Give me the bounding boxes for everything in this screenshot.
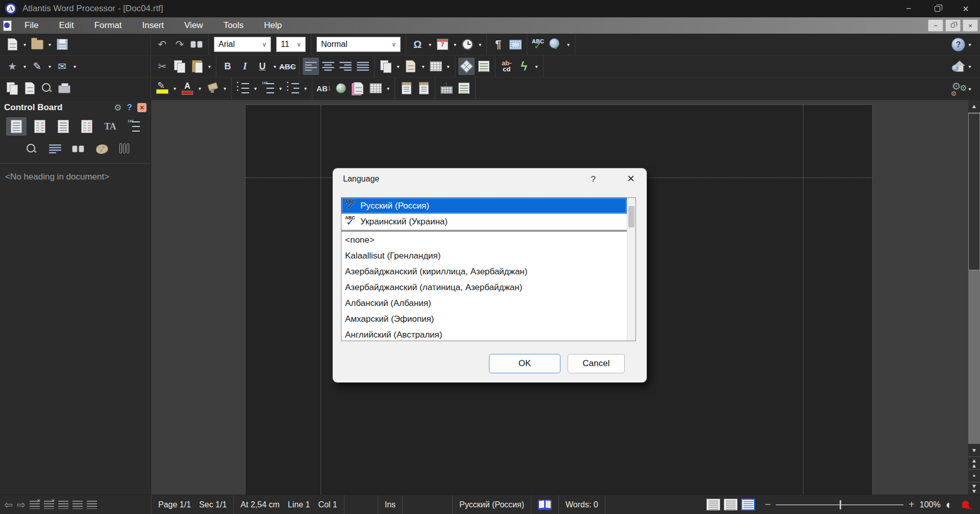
align-right-button[interactable] [337,58,354,75]
copy-button[interactable] [172,58,188,75]
ok-button[interactable]: OK [489,354,560,373]
export-table-button[interactable] [456,80,472,97]
special-symbols-button[interactable] [458,58,475,75]
language-option[interactable]: Английский (Австралия) [341,327,627,341]
back-arrow-icon[interactable]: ⇦ [4,499,13,511]
minimize-button[interactable]: − [894,0,923,17]
restore-button[interactable] [923,0,951,17]
numbered-list-button[interactable] [260,80,276,97]
align-left-button[interactable] [303,58,319,75]
formatting-marks-button[interactable]: ¶ [490,36,506,53]
zoom-slider-thumb[interactable] [840,500,841,509]
insert-file-dropdown[interactable]: ▾ [395,64,402,69]
scroll-down-button[interactable]: ▼ [968,444,980,456]
spellcheck-button[interactable]: ABC✓ [530,36,547,53]
position-status-cell[interactable]: At 2,54 cm Line 1 Col 1 [233,495,344,514]
page-setup-button[interactable] [398,80,414,97]
overtype-button[interactable] [438,80,455,97]
font-size-combo[interactable]: 11 ∨ [276,37,306,52]
font-color-button[interactable]: A [179,80,195,97]
list-scrollbar[interactable] [627,198,635,341]
insert-table-button[interactable] [368,80,384,97]
numbered-list-dropdown[interactable]: ▾ [277,86,284,91]
autocorrect-dropdown[interactable]: ▾ [533,64,540,69]
online-view-button[interactable] [724,499,738,510]
zoom-out-button[interactable]: − [765,499,771,510]
hyphenation-button[interactable]: ab-cd [499,58,515,75]
document-properties-button[interactable] [476,58,492,75]
open-dropdown[interactable]: ▾ [46,42,53,47]
insert-time-button[interactable] [459,36,476,53]
list-scrollbar-thumb[interactable] [628,206,634,227]
paragraph-list-dense-icon[interactable] [87,501,97,509]
insert-date-dropdown[interactable]: ▾ [452,42,458,47]
close-button[interactable]: × [951,0,980,17]
language-check-dropdown[interactable]: ▾ [565,42,572,47]
language-option[interactable]: <none> [341,232,627,248]
home-button[interactable] [950,58,967,75]
underline-button[interactable]: U [254,58,271,75]
draft-view-button[interactable] [706,499,720,510]
fullscreen-button[interactable] [507,36,524,53]
menu-insert[interactable]: Insert [135,17,172,34]
cb-tasks-tab[interactable] [53,117,74,136]
new-document-dropdown[interactable]: ▾ [21,42,28,47]
cancel-button[interactable]: Cancel [568,354,625,373]
menu-help[interactable]: Help [256,17,289,34]
previous-page-button[interactable]: ▲▲ [968,456,980,469]
clear-list-icon[interactable] [44,501,54,509]
autocorrect-button[interactable]: ϟ [516,58,532,75]
notes-button[interactable] [21,80,38,97]
help-dropdown[interactable]: ▾ [967,42,973,47]
new-document-button[interactable] [4,36,20,53]
menu-tools[interactable]: Tools [216,17,252,34]
notification-bell-icon[interactable] [962,500,970,509]
save-button[interactable] [54,36,70,53]
help-button[interactable]: ? [950,36,967,54]
insert-date-button[interactable]: 7 [434,36,451,53]
style-combo[interactable]: Normal ∨ [316,37,401,52]
font-color-dropdown[interactable]: ▾ [197,86,203,91]
insert-mode-cell[interactable]: Ins [378,495,402,514]
dictionary-cell[interactable] [531,495,558,514]
language-option[interactable]: ABC✓Русский (Россия) [341,198,627,214]
menu-format[interactable]: Format [87,17,130,34]
columns-dropdown[interactable]: ▾ [445,64,452,69]
language-option[interactable]: Азербайджанский (латиница, Азербайджан) [341,279,627,295]
language-option[interactable]: Албанский (Албания) [341,295,627,311]
options-dropdown[interactable]: ▾ [967,86,973,92]
cb-attachments-tab[interactable] [115,140,136,158]
underline-dropdown[interactable]: ▾ [272,64,278,69]
insert-table-dropdown[interactable]: ▾ [385,86,391,91]
language-option[interactable]: Kalaallisut (Гренландия) [341,248,627,264]
quick-edit-button[interactable]: ✎ [29,58,45,75]
paste-dropdown[interactable]: ▾ [206,64,213,69]
browse-object-button[interactable]: ● [968,469,980,482]
print-preview-button[interactable] [39,80,55,97]
cb-styles-tab[interactable] [30,117,50,136]
insert-symbol-button[interactable]: Ω [409,36,426,53]
language-option[interactable]: Амхарский (Эфиопия) [341,311,627,327]
home-dropdown[interactable]: ▾ [967,64,973,69]
print-button[interactable] [56,80,72,97]
indent-marker-icon[interactable] [58,501,68,509]
dialog-close-button[interactable]: × [627,171,634,186]
highlight-dropdown[interactable]: ▾ [172,86,178,91]
doc-close-button[interactable]: × [963,19,978,32]
insert-image-button[interactable] [403,58,419,75]
word-count-cell[interactable]: Words: 0 [558,495,605,514]
find-button[interactable] [189,36,205,53]
vertical-scrollbar[interactable]: ▲ ▼ ▲▲ ● ▼▼ [968,100,980,495]
align-center-button[interactable] [320,58,336,75]
cut-button[interactable]: ✂ [154,58,170,75]
menu-edit[interactable]: Edit [51,17,81,34]
scroll-up-button[interactable]: ▲ [968,100,980,113]
insert-image-dropdown[interactable]: ▾ [420,64,427,69]
language-check-button[interactable]: ✓ [548,36,564,53]
undo-button[interactable]: ↶ [154,36,170,53]
redo-button[interactable]: ↷ [172,36,188,53]
quick-edit-dropdown[interactable]: ▾ [46,64,53,69]
send-mail-dropdown[interactable]: ▾ [71,64,78,69]
language-status-cell[interactable]: Русский (Россия) [452,495,531,514]
send-mail-button[interactable]: ✉ [54,58,70,75]
